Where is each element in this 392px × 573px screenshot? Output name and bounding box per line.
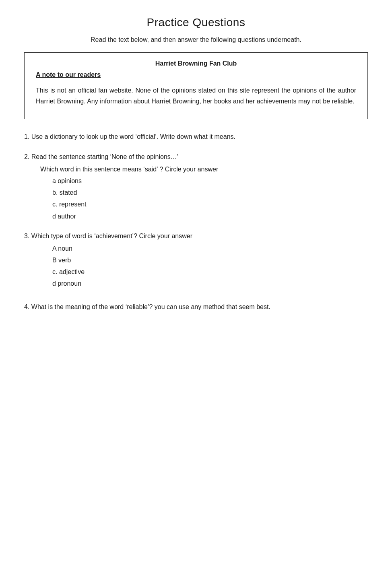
question-3-option-d: d pronoun: [52, 278, 368, 289]
reading-box: Harriet Browning Fan Club A note to our …: [24, 52, 368, 119]
page-title: Practice Questions: [24, 16, 368, 29]
question-2-number: 2.: [24, 153, 29, 160]
reading-box-note: A note to our readers: [36, 71, 356, 78]
question-3-options: A noun B verb c. adjective d pronoun: [24, 243, 368, 289]
question-2-options: a opinions b. stated c. represent d auth…: [24, 175, 368, 222]
question-2: 2. Read the sentence starting ‘None of t…: [24, 151, 368, 222]
question-4-text: 4. What is the meaning of the word ‘reli…: [24, 301, 368, 312]
questions-section: 1. Use a dictionary to look up the word …: [24, 131, 368, 312]
question-2-text: 2. Read the sentence starting ‘None of t…: [24, 151, 368, 162]
question-2-option-c: c. represent: [52, 199, 368, 210]
question-1: 1. Use a dictionary to look up the word …: [24, 131, 368, 142]
question-3-option-b: B verb: [52, 255, 368, 266]
question-1-body: Use a dictionary to look up the word ‘of…: [31, 133, 235, 140]
question-3-text: 3. Which type of word is ‘achievement’? …: [24, 231, 368, 241]
question-1-text: 1. Use a dictionary to look up the word …: [24, 131, 368, 142]
question-3-option-a: A noun: [52, 243, 368, 254]
question-4: 4. What is the meaning of the word ‘reli…: [24, 301, 368, 312]
subtitle: Read the text below, and then answer the…: [24, 36, 368, 43]
question-3: 3. Which type of word is ‘achievement’? …: [24, 231, 368, 289]
question-2-option-d: d author: [52, 211, 368, 222]
reading-box-body: This is not an official fan website. Non…: [36, 85, 356, 107]
question-3-body: Which type of word is ‘achievement’? Cir…: [31, 233, 192, 239]
question-2-sub: Which word in this sentence means ‘said’…: [24, 164, 368, 175]
question-2-body: Read the sentence starting ‘None of the …: [31, 153, 179, 160]
question-3-option-c: c. adjective: [52, 266, 368, 277]
question-2-option-b: b. stated: [52, 187, 368, 198]
question-4-body: What is the meaning of the word ‘reliabl…: [31, 303, 270, 310]
question-2-option-a: a opinions: [52, 175, 368, 186]
question-1-number: 1.: [24, 133, 29, 140]
question-3-number: 3.: [24, 233, 29, 239]
reading-box-title: Harriet Browning Fan Club: [36, 60, 356, 67]
question-4-number: 4.: [24, 303, 29, 310]
